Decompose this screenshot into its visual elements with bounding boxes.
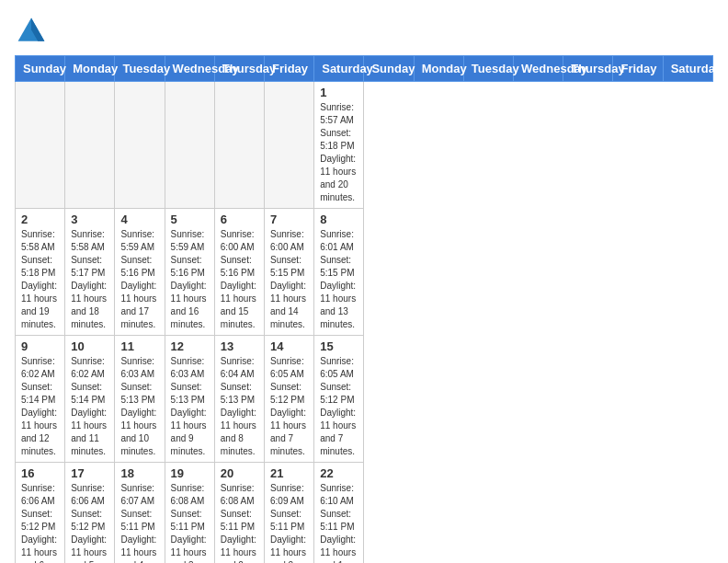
day-number: 10 (71, 339, 108, 353)
day-number: 15 (320, 339, 358, 353)
day-number: 18 (120, 466, 158, 480)
calendar-week-2: 9Sunrise: 6:02 AMSunset: 5:14 PMDaylight… (16, 336, 713, 463)
calendar-cell (115, 82, 165, 209)
day-info: Sunrise: 6:05 AMSunset: 5:12 PMDaylight:… (320, 355, 358, 458)
day-header-monday: Monday (414, 56, 463, 82)
calendar-cell: 5Sunrise: 5:59 AMSunset: 5:16 PMDaylight… (165, 209, 214, 336)
calendar-cell: 8Sunrise: 6:01 AMSunset: 5:15 PMDaylight… (314, 209, 364, 336)
day-info: Sunrise: 6:06 AMSunset: 5:12 PMDaylight:… (21, 482, 59, 563)
day-info: Sunrise: 6:01 AMSunset: 5:15 PMDaylight:… (320, 228, 358, 331)
calendar-cell: 21Sunrise: 6:09 AMSunset: 5:11 PMDayligh… (265, 463, 314, 564)
calendar-cell: 14Sunrise: 6:05 AMSunset: 5:12 PMDayligh… (265, 336, 314, 463)
calendar-cell: 4Sunrise: 5:59 AMSunset: 5:16 PMDaylight… (115, 209, 165, 336)
day-info: Sunrise: 6:09 AMSunset: 5:11 PMDaylight:… (270, 482, 308, 563)
day-number: 4 (120, 213, 158, 226)
day-info: Sunrise: 6:03 AMSunset: 5:13 PMDaylight:… (171, 355, 209, 458)
day-number: 5 (171, 213, 209, 226)
day-header-sunday: Sunday (16, 56, 65, 82)
calendar-cell: 9Sunrise: 6:02 AMSunset: 5:14 PMDaylight… (16, 336, 65, 463)
day-info: Sunrise: 6:10 AMSunset: 5:11 PMDaylight:… (320, 482, 358, 563)
day-header-monday: Monday (65, 56, 115, 82)
calendar-cell (16, 82, 65, 209)
day-header-thursday: Thursday (214, 56, 264, 82)
day-info: Sunrise: 6:08 AMSunset: 5:11 PMDaylight:… (221, 482, 258, 563)
day-number: 3 (71, 213, 108, 226)
day-info: Sunrise: 6:06 AMSunset: 5:12 PMDaylight:… (71, 482, 108, 563)
day-number: 12 (171, 339, 209, 353)
day-info: Sunrise: 6:04 AMSunset: 5:13 PMDaylight:… (221, 355, 258, 458)
day-info: Sunrise: 6:05 AMSunset: 5:12 PMDaylight:… (270, 355, 308, 458)
day-info: Sunrise: 6:03 AMSunset: 5:13 PMDaylight:… (120, 355, 158, 458)
calendar-week-3: 16Sunrise: 6:06 AMSunset: 5:12 PMDayligh… (16, 463, 713, 564)
day-info: Sunrise: 6:00 AMSunset: 5:16 PMDaylight:… (221, 228, 258, 331)
calendar-cell: 6Sunrise: 6:00 AMSunset: 5:16 PMDaylight… (214, 209, 264, 336)
day-header-tuesday: Tuesday (463, 56, 513, 82)
day-header-friday: Friday (265, 56, 314, 82)
day-number: 7 (270, 213, 308, 226)
calendar-cell: 15Sunrise: 6:05 AMSunset: 5:12 PMDayligh… (314, 336, 364, 463)
calendar-cell (265, 82, 314, 209)
calendar-cell (214, 82, 264, 209)
calendar-cell (65, 82, 115, 209)
day-info: Sunrise: 6:07 AMSunset: 5:11 PMDaylight:… (120, 482, 158, 563)
day-header-saturday: Saturday (314, 56, 364, 82)
day-info: Sunrise: 5:58 AMSunset: 5:18 PMDaylight:… (21, 228, 59, 331)
day-header-tuesday: Tuesday (115, 56, 165, 82)
calendar-cell: 16Sunrise: 6:06 AMSunset: 5:12 PMDayligh… (16, 463, 65, 564)
calendar-body: 1Sunrise: 5:57 AMSunset: 5:18 PMDaylight… (16, 82, 713, 564)
day-header-wednesday: Wednesday (514, 56, 563, 82)
day-info: Sunrise: 5:58 AMSunset: 5:17 PMDaylight:… (71, 228, 108, 331)
calendar-cell: 20Sunrise: 6:08 AMSunset: 5:11 PMDayligh… (214, 463, 264, 564)
day-info: Sunrise: 5:59 AMSunset: 5:16 PMDaylight:… (171, 228, 209, 331)
calendar-week-1: 2Sunrise: 5:58 AMSunset: 5:18 PMDaylight… (16, 209, 713, 336)
day-header-sunday: Sunday (364, 56, 414, 82)
day-header-thursday: Thursday (563, 56, 613, 82)
calendar-cell: 3Sunrise: 5:58 AMSunset: 5:17 PMDaylight… (65, 209, 115, 336)
day-header-friday: Friday (613, 56, 663, 82)
calendar-cell: 1Sunrise: 5:57 AMSunset: 5:18 PMDaylight… (314, 82, 364, 209)
day-info: Sunrise: 6:02 AMSunset: 5:14 PMDaylight:… (71, 355, 108, 458)
calendar-cell: 17Sunrise: 6:06 AMSunset: 5:12 PMDayligh… (65, 463, 115, 564)
logo (15, 15, 51, 48)
day-number: 8 (320, 213, 358, 226)
day-number: 20 (221, 466, 258, 480)
day-header-wednesday: Wednesday (165, 56, 214, 82)
day-info: Sunrise: 6:00 AMSunset: 5:15 PMDaylight:… (270, 228, 308, 331)
day-info: Sunrise: 5:57 AMSunset: 5:18 PMDaylight:… (320, 101, 358, 204)
calendar-cell: 22Sunrise: 6:10 AMSunset: 5:11 PMDayligh… (314, 463, 364, 564)
day-number: 16 (21, 466, 59, 480)
calendar-cell (165, 82, 214, 209)
calendar-cell: 7Sunrise: 6:00 AMSunset: 5:15 PMDaylight… (265, 209, 314, 336)
calendar-cell: 2Sunrise: 5:58 AMSunset: 5:18 PMDaylight… (16, 209, 65, 336)
day-number: 19 (171, 466, 209, 480)
calendar-week-0: 1Sunrise: 5:57 AMSunset: 5:18 PMDaylight… (16, 82, 713, 209)
calendar-table: SundayMondayTuesdayWednesdayThursdayFrid… (15, 55, 713, 563)
day-number: 22 (320, 466, 358, 480)
header-row: SundayMondayTuesdayWednesdayThursdayFrid… (16, 56, 713, 82)
day-number: 9 (21, 339, 59, 353)
day-info: Sunrise: 6:02 AMSunset: 5:14 PMDaylight:… (21, 355, 59, 458)
day-number: 14 (270, 339, 308, 353)
day-number: 17 (71, 466, 108, 480)
logo-icon (15, 15, 48, 48)
calendar-cell: 19Sunrise: 6:08 AMSunset: 5:11 PMDayligh… (165, 463, 214, 564)
day-number: 13 (221, 339, 258, 353)
day-info: Sunrise: 5:59 AMSunset: 5:16 PMDaylight:… (120, 228, 158, 331)
day-number: 2 (21, 213, 59, 226)
page-header (15, 15, 713, 48)
day-info: Sunrise: 6:08 AMSunset: 5:11 PMDaylight:… (171, 482, 209, 563)
calendar-cell: 12Sunrise: 6:03 AMSunset: 5:13 PMDayligh… (165, 336, 214, 463)
day-number: 1 (320, 86, 358, 99)
day-header-saturday: Saturday (663, 56, 712, 82)
calendar-cell: 11Sunrise: 6:03 AMSunset: 5:13 PMDayligh… (115, 336, 165, 463)
calendar-cell: 13Sunrise: 6:04 AMSunset: 5:13 PMDayligh… (214, 336, 264, 463)
calendar-cell: 10Sunrise: 6:02 AMSunset: 5:14 PMDayligh… (65, 336, 115, 463)
day-number: 21 (270, 466, 308, 480)
calendar-header: SundayMondayTuesdayWednesdayThursdayFrid… (16, 56, 713, 82)
calendar-cell: 18Sunrise: 6:07 AMSunset: 5:11 PMDayligh… (115, 463, 165, 564)
day-number: 6 (221, 213, 258, 226)
day-number: 11 (120, 339, 158, 353)
